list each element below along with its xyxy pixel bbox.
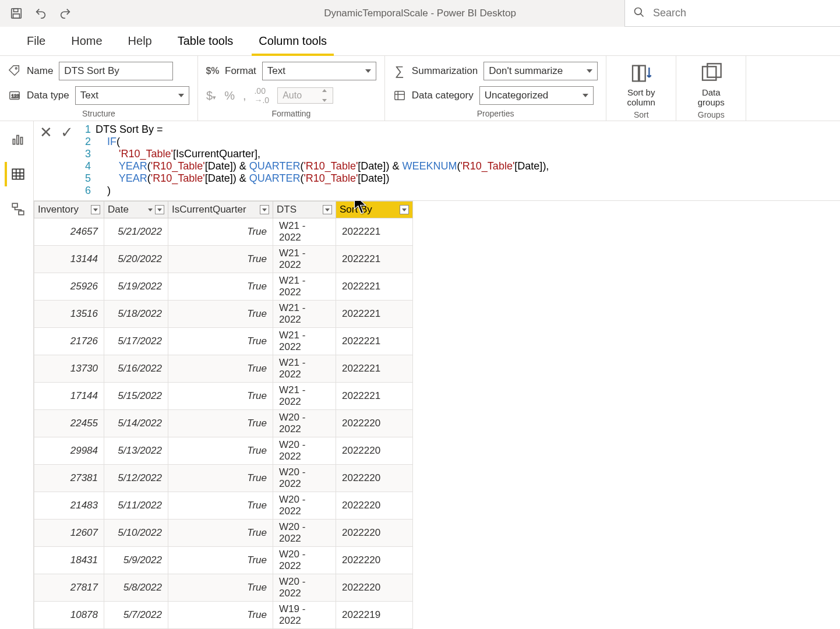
cell[interactable]: 29984 (34, 437, 104, 465)
tab-home[interactable]: Home (58, 27, 115, 55)
cell[interactable]: 5/16/2022 (104, 355, 168, 383)
cell[interactable]: True (168, 465, 273, 492)
column-filter-dropdown[interactable] (91, 205, 100, 214)
table-row[interactable]: 171445/15/2022TrueW21 - 20222022221 (34, 383, 413, 410)
formula-commit-icon[interactable]: ✓ (61, 125, 73, 140)
format-select[interactable]: Text (262, 62, 376, 80)
cell[interactable]: 5/19/2022 (104, 273, 168, 301)
table-row[interactable]: 299845/13/2022TrueW20 - 20222022220 (34, 437, 413, 465)
report-view-icon[interactable] (5, 127, 29, 151)
cell[interactable]: 2022220 (336, 574, 413, 602)
cell[interactable]: W20 - 2022 (273, 437, 336, 465)
redo-icon[interactable] (58, 6, 72, 20)
column-header-dts[interactable]: DTS (273, 202, 336, 218)
cell[interactable]: 13144 (34, 246, 104, 273)
cell[interactable]: 25926 (34, 273, 104, 301)
column-header-iscurrentquarter[interactable]: IsCurrentQuarter (168, 202, 273, 218)
cell[interactable]: True (168, 328, 273, 355)
formula-editor[interactable]: 1DTS Sort By =2 IF(3 'R10_Table'[IsCurre… (79, 121, 840, 200)
cell[interactable]: W21 - 2022 (273, 218, 336, 246)
cell[interactable]: 2022221 (336, 246, 413, 273)
formula-cancel-icon[interactable]: ✕ (40, 125, 52, 140)
tab-table-tools[interactable]: Table tools (165, 27, 246, 55)
table-row[interactable]: 135165/18/2022TrueW21 - 20222022221 (34, 301, 413, 328)
cell[interactable]: True (168, 383, 273, 410)
cell[interactable]: 5/15/2022 (104, 383, 168, 410)
cell[interactable]: True (168, 574, 273, 602)
cell[interactable]: True (168, 301, 273, 328)
tab-file[interactable]: File (14, 27, 58, 55)
cell[interactable]: W20 - 2022 (273, 547, 336, 574)
cell[interactable]: 13730 (34, 355, 104, 383)
data-grid[interactable]: InventoryDateIsCurrentQuarterDTSSort By … (34, 201, 840, 629)
cell[interactable]: 18431 (34, 547, 104, 574)
table-row[interactable]: 278175/8/2022TrueW20 - 20222022220 (34, 574, 413, 602)
cell[interactable]: 21483 (34, 492, 104, 520)
column-header-date[interactable]: Date (104, 202, 168, 218)
datacategory-select[interactable]: Uncategorized (479, 86, 594, 105)
cell[interactable]: W21 - 2022 (273, 246, 336, 273)
cell[interactable]: 2022221 (336, 218, 413, 246)
cell[interactable]: True (168, 273, 273, 301)
cell[interactable]: 5/10/2022 (104, 520, 168, 547)
cell[interactable]: W20 - 2022 (273, 520, 336, 547)
table-row[interactable]: 214835/11/2022TrueW20 - 20222022220 (34, 492, 413, 520)
summarization-select[interactable]: Don't summarize (483, 62, 598, 80)
cell[interactable]: W21 - 2022 (273, 273, 336, 301)
cell[interactable]: 5/17/2022 (104, 328, 168, 355)
table-row[interactable]: 131445/20/2022TrueW21 - 20222022221 (34, 246, 413, 273)
cell[interactable]: 12607 (34, 520, 104, 547)
name-input[interactable] (59, 62, 173, 80)
cell[interactable]: True (168, 520, 273, 547)
cell[interactable]: 2022220 (336, 492, 413, 520)
cell[interactable]: 5/20/2022 (104, 246, 168, 273)
table-row[interactable]: 108785/7/2022TrueW19 - 20222022219 (34, 602, 413, 629)
search-input[interactable] (653, 7, 832, 19)
table-row[interactable]: 217265/17/2022TrueW21 - 20222022221 (34, 328, 413, 355)
cell[interactable]: 2022221 (336, 328, 413, 355)
formula-bar[interactable]: ✕ ✓ 1DTS Sort By =2 IF(3 'R10_Table'[IsC… (34, 121, 840, 201)
datatype-select[interactable]: Text (75, 86, 189, 105)
cell[interactable]: True (168, 602, 273, 629)
tab-help[interactable]: Help (115, 27, 165, 55)
table-row[interactable]: 126075/10/2022TrueW20 - 20222022220 (34, 520, 413, 547)
table-row[interactable]: 259265/19/2022TrueW21 - 20222022221 (34, 273, 413, 301)
cell[interactable]: 2022221 (336, 355, 413, 383)
cell[interactable]: 2022220 (336, 437, 413, 465)
cell[interactable]: True (168, 437, 273, 465)
column-filter-dropdown[interactable] (260, 205, 269, 214)
cell[interactable]: 2022221 (336, 301, 413, 328)
data-groups-button[interactable]: Data groups (684, 62, 737, 108)
cell[interactable]: True (168, 355, 273, 383)
column-filter-dropdown[interactable] (323, 205, 332, 214)
cell[interactable]: 5/21/2022 (104, 218, 168, 246)
cell[interactable]: True (168, 410, 273, 437)
cell[interactable]: 5/13/2022 (104, 437, 168, 465)
cell[interactable]: W21 - 2022 (273, 355, 336, 383)
cell[interactable]: 24657 (34, 218, 104, 246)
cell[interactable]: 17144 (34, 383, 104, 410)
cell[interactable]: True (168, 547, 273, 574)
cell[interactable]: 2022221 (336, 383, 413, 410)
cell[interactable]: 2022219 (336, 602, 413, 629)
data-view-icon[interactable] (5, 162, 29, 186)
table-row[interactable]: 137305/16/2022TrueW21 - 20222022221 (34, 355, 413, 383)
cell[interactable]: 13516 (34, 301, 104, 328)
cell[interactable]: W20 - 2022 (273, 465, 336, 492)
cell[interactable]: True (168, 218, 273, 246)
table-row[interactable]: 273815/12/2022TrueW20 - 20222022220 (34, 465, 413, 492)
column-filter-dropdown[interactable] (155, 205, 164, 214)
table-row[interactable]: 184315/9/2022TrueW20 - 20222022220 (34, 547, 413, 574)
cell[interactable]: W20 - 2022 (273, 574, 336, 602)
cell[interactable]: W21 - 2022 (273, 301, 336, 328)
cell[interactable]: 5/18/2022 (104, 301, 168, 328)
cell[interactable]: 2022221 (336, 273, 413, 301)
cell[interactable]: 2022220 (336, 410, 413, 437)
search-box[interactable] (624, 0, 840, 27)
cell[interactable]: 5/12/2022 (104, 465, 168, 492)
cell[interactable]: W21 - 2022 (273, 328, 336, 355)
cell[interactable]: W19 - 2022 (273, 602, 336, 629)
model-view-icon[interactable] (5, 197, 29, 221)
cell[interactable]: 10878 (34, 602, 104, 629)
sort-by-column-button[interactable]: Sort by column (615, 62, 668, 108)
